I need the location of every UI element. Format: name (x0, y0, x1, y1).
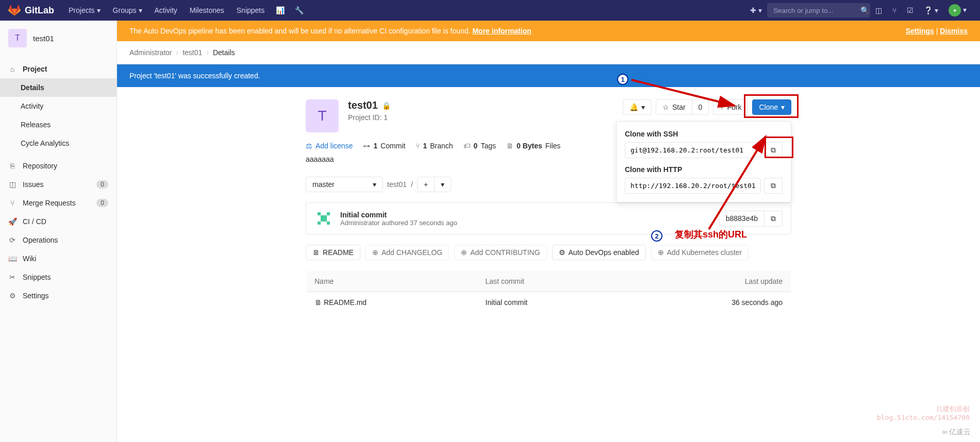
sidebar-item-details[interactable]: Details (0, 78, 117, 97)
nav-projects[interactable]: Projects ▾ (62, 2, 107, 19)
readme-button[interactable]: 🗎 README (306, 245, 360, 260)
sidebar-item-operations[interactable]: ⟳Operations (0, 231, 117, 249)
gear-icon: ⚙ (559, 248, 566, 257)
snippet-icon: ✂ (8, 273, 16, 281)
issues-icon: ◫ (8, 180, 16, 189)
project-id: Project ID: 1 (348, 113, 391, 122)
breadcrumb-project[interactable]: test01 (182, 48, 202, 57)
col-last-commit: Last commit (477, 271, 623, 292)
add-file-button[interactable]: + (417, 177, 435, 192)
svg-line-7 (709, 137, 766, 229)
search-input[interactable] (773, 7, 860, 14)
commits-stat[interactable]: ⊶1 Commit (363, 142, 405, 150)
clone-button[interactable]: Clone ▾ (752, 99, 791, 115)
commit-title[interactable]: Initial commit (340, 211, 457, 219)
nav-milestones[interactable]: Milestones (184, 2, 230, 19)
file-commit[interactable]: Initial commit (477, 292, 623, 313)
table-row[interactable]: 🗎 README.md Initial commit 36 seconds ag… (306, 292, 791, 313)
nav-groups[interactable]: Groups ▾ (107, 2, 148, 19)
chevron-down-icon: ▾ (139, 6, 142, 14)
file-icon: 🗎 (314, 298, 322, 307)
merge-icon: ⑂ (8, 199, 16, 207)
autodevops-banner: The Auto DevOps pipeline has been enable… (117, 21, 980, 41)
sidebar-item-repository[interactable]: ⎘Repository (0, 157, 117, 175)
add-contributing-button[interactable]: ⊕ Add CONTRIBUTING (454, 245, 546, 260)
breadcrumb-admin[interactable]: Administrator (129, 48, 172, 57)
file-name[interactable]: README.md (324, 298, 367, 307)
breadcrumb-current: Details (213, 48, 235, 57)
content: The Auto DevOps pipeline has been enable… (117, 21, 980, 442)
help-icon[interactable]: ❔ ▾ (919, 2, 943, 19)
plus-icon: ⊕ (372, 248, 378, 257)
file-updated: 36 seconds ago (623, 292, 791, 313)
quick-actions-row: 🗎 README ⊕ Add CHANGELOG ⊕ Add CONTRIBUT… (306, 245, 791, 260)
file-icon: 🗎 (506, 142, 513, 150)
annotation-marker-1: 1 (617, 74, 628, 85)
files-stat[interactable]: 🗎0 Bytes Files (506, 142, 560, 150)
gitlab-icon (8, 4, 21, 16)
nav-snippets[interactable]: Snippets (230, 2, 271, 19)
path-project[interactable]: test01 (387, 180, 407, 189)
watermark-text: 吕建钊原创 blog.51cto.com/14154700 (877, 404, 970, 421)
sidebar-item-cicd[interactable]: 🚀CI / CD (0, 212, 117, 231)
brand-text: GitLab (25, 5, 54, 16)
add-k8s-button[interactable]: ⊕ Add Kubernetes cluster (651, 245, 749, 260)
sidebar-item-project[interactable]: ⌂Project (0, 60, 117, 78)
commit-meta: Administrator authored 37 seconds ago (340, 219, 457, 227)
annotation-arrow-2 (704, 131, 776, 234)
project-avatar: T (306, 99, 339, 132)
chevron-down-icon: ▾ (373, 180, 376, 189)
search-box[interactable]: 🔍 (767, 3, 870, 18)
sidebar-item-cycle-analytics[interactable]: Cycle Analytics (0, 134, 117, 152)
user-menu[interactable]: ✦ ▾ (943, 0, 972, 21)
col-last-update: Last update (623, 271, 791, 292)
add-license-link[interactable]: ⚖Add license (306, 142, 353, 150)
col-name: Name (306, 271, 477, 292)
svg-line-6 (632, 80, 735, 106)
identicon-icon (314, 209, 333, 228)
chevron-right-icon: › (176, 48, 178, 57)
sidebar-item-releases[interactable]: Releases (0, 115, 117, 134)
branch-selector[interactable]: master▾ (306, 177, 383, 192)
wrench-icon[interactable]: 🔧 (290, 2, 309, 19)
branches-stat[interactable]: ⑂1 Branch (416, 142, 453, 150)
svg-rect-5 (327, 222, 330, 225)
gitlab-logo[interactable]: GitLab (8, 4, 54, 16)
scale-icon: ⚖ (306, 142, 312, 150)
merge-icon[interactable]: ⑂ (887, 2, 902, 19)
chart-icon[interactable]: 📊 (271, 2, 290, 19)
sidebar-item-snippets[interactable]: ✂Snippets (0, 268, 117, 286)
repo-icon: ⎘ (8, 162, 16, 170)
todos-icon[interactable]: ☑ (902, 2, 919, 19)
home-icon: ⌂ (8, 65, 16, 73)
sidebar-item-activity[interactable]: Activity (0, 97, 117, 115)
autodevops-button[interactable]: ⚙ Auto DevOps enabled (552, 245, 646, 260)
annotation-text-2: 复制其ssh的URL (675, 228, 747, 241)
sidebar-item-issues[interactable]: ◫Issues0 (0, 175, 117, 194)
more-info-link[interactable]: More information (472, 27, 531, 35)
gear-icon: ⚙ (8, 292, 16, 300)
chevron-down-icon: ▾ (97, 6, 101, 14)
banner-dismiss-link[interactable]: Dismiss (940, 27, 968, 35)
sidebar-item-wiki[interactable]: 📖Wiki (0, 249, 117, 268)
sidebar-item-settings[interactable]: ⚙Settings (0, 286, 117, 305)
tags-stat[interactable]: 🏷0 Tags (463, 142, 496, 150)
svg-rect-2 (327, 212, 330, 215)
add-changelog-button[interactable]: ⊕ Add CHANGELOG (366, 245, 449, 260)
nav-activity[interactable]: Activity (148, 2, 184, 19)
tag-icon: 🏷 (463, 142, 471, 150)
svg-rect-1 (318, 212, 321, 215)
sidebar-project-header[interactable]: T test01 (0, 21, 117, 56)
merge-count: 0 (96, 199, 108, 207)
banner-settings-link[interactable]: Settings (906, 27, 934, 35)
success-banner: Project 'test01' was successfully create… (117, 64, 980, 87)
path-sep: / (411, 180, 413, 189)
plus-icon: ⊕ (461, 248, 467, 257)
sidebar: T test01 ⌂Project Details Activity Relea… (0, 21, 117, 442)
navbar: GitLab Projects ▾ Groups ▾ Activity Mile… (0, 0, 980, 21)
add-file-dropdown[interactable]: ▾ (434, 177, 451, 192)
sidebar-item-merge-requests[interactable]: ⑂Merge Requests0 (0, 194, 117, 212)
issues-icon[interactable]: ◫ (870, 2, 887, 19)
plus-dropdown[interactable]: ✚ ▾ (745, 2, 767, 19)
issues-count: 0 (96, 180, 108, 189)
